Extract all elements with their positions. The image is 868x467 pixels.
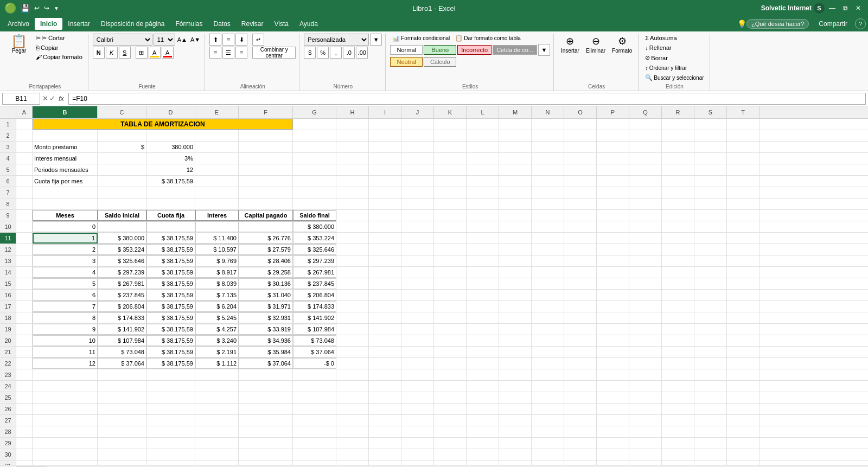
cell-E16[interactable]: $ 7.135 [195,290,239,300]
cell-P4[interactable] [597,153,629,164]
cell-K20[interactable] [434,335,467,346]
cell-K14[interactable] [434,267,467,278]
cell-J15[interactable] [401,278,434,289]
cell-R7[interactable] [662,187,694,198]
cell-S28[interactable] [694,426,727,437]
cell-B2[interactable] [33,130,98,141]
col-header-K[interactable]: K [434,106,467,118]
cell-T28[interactable] [727,426,760,437]
cell-J30[interactable] [401,449,434,460]
clear-button[interactable]: ⊘ Borrar [643,53,670,62]
cell-M13[interactable] [499,255,532,266]
fill-color-button[interactable]: A [149,47,161,59]
cell-K6[interactable] [434,176,467,187]
cell-B9-header[interactable]: Meses [33,210,98,221]
cell-H1[interactable] [336,119,369,130]
cell-G1[interactable] [293,119,336,130]
cell-A21[interactable] [16,347,33,357]
cell-N11[interactable] [532,233,564,244]
search-box[interactable]: ¿Qué desea hacer? [746,19,809,29]
cell-E20[interactable]: $ 3.240 [195,335,239,346]
close-button[interactable]: ✕ [853,3,864,14]
delete-cells-button[interactable]: ⊖ Eliminar [583,34,608,55]
cell-R2[interactable] [662,130,694,141]
cell-F19[interactable]: $ 33.919 [239,324,293,335]
bold-button[interactable]: N [93,47,105,59]
cell-F10[interactable] [239,221,293,232]
cell-H22[interactable] [336,358,369,369]
align-top-button[interactable]: ⬆ [209,34,221,46]
cell-B28[interactable] [33,426,98,437]
cell-N25[interactable] [532,392,564,403]
cell-Q28[interactable] [629,426,662,437]
cell-M30[interactable] [499,449,532,460]
cell-P24[interactable] [597,381,629,392]
cell-T12[interactable] [727,244,760,255]
cell-C23[interactable] [98,369,146,380]
cell-F22[interactable]: $ 37.064 [239,358,293,369]
cell-J13[interactable] [401,255,434,266]
cell-M7[interactable] [499,187,532,198]
cell-Q22[interactable] [629,358,662,369]
cell-J18[interactable] [401,312,434,323]
cell-O29[interactable] [564,438,597,449]
cell-B13[interactable]: 3 [33,255,98,266]
cell-C25[interactable] [98,392,146,403]
cell-O20[interactable] [564,335,597,346]
cell-K1[interactable] [434,119,467,130]
cell-R22[interactable] [662,358,694,369]
cell-T22[interactable] [727,358,760,369]
cell-J12[interactable] [401,244,434,255]
cell-Q24[interactable] [629,381,662,392]
cell-P7[interactable] [597,187,629,198]
cell-E19[interactable]: $ 4.257 [195,324,239,335]
share-button[interactable]: Compartir [813,18,853,30]
cell-M24[interactable] [499,381,532,392]
cell-J11[interactable] [401,233,434,244]
cell-B24[interactable] [33,381,98,392]
cell-F15[interactable]: $ 30.136 [239,278,293,289]
cell-A5[interactable] [16,164,33,175]
cell-K22[interactable] [434,358,467,369]
cell-A11[interactable] [16,233,33,244]
cell-B11-selected[interactable]: 1 [33,233,98,244]
cell-P10[interactable] [597,221,629,232]
cell-O24[interactable] [564,381,597,392]
col-header-M[interactable]: M [499,106,532,118]
cell-O5[interactable] [564,164,597,175]
cell-T29[interactable] [727,438,760,449]
cell-C20[interactable]: $ 107.984 [98,335,146,346]
cell-O7[interactable] [564,187,597,198]
cell-R29[interactable] [662,438,694,449]
cell-I1[interactable] [369,119,401,130]
cell-S2[interactable] [694,130,727,141]
cell-D21[interactable]: $ 38.175,59 [146,347,195,357]
cell-F26[interactable] [239,404,293,414]
cell-K7[interactable] [434,187,467,198]
cell-N14[interactable] [532,267,564,278]
cell-D25[interactable] [146,392,195,403]
cell-D5[interactable]: 12 [146,164,195,175]
cell-J29[interactable] [401,438,434,449]
cell-C22[interactable]: $ 37.064 [98,358,146,369]
cell-C21[interactable]: $ 73.048 [98,347,146,357]
cell-I2[interactable] [369,130,401,141]
cell-H15[interactable] [336,278,369,289]
cell-M17[interactable] [499,301,532,312]
cell-S30[interactable] [694,449,727,460]
cell-I30[interactable] [369,449,401,460]
cell-M14[interactable] [499,267,532,278]
quick-access-dropdown[interactable]: ▼ [54,5,59,11]
cell-H11[interactable] [336,233,369,244]
cell-O22[interactable] [564,358,597,369]
save-icon[interactable]: 💾 [21,4,30,12]
cell-K19[interactable] [434,324,467,335]
cell-C14[interactable]: $ 297.239 [98,267,146,278]
cell-P8[interactable] [597,199,629,209]
cell-B4[interactable]: Interes mensual [33,153,98,164]
cell-P13[interactable] [597,255,629,266]
cell-L22[interactable] [467,358,499,369]
cell-reference-input[interactable]: B11 [2,93,40,105]
menu-revisar[interactable]: Revisar [236,18,269,30]
cell-R24[interactable] [662,381,694,392]
